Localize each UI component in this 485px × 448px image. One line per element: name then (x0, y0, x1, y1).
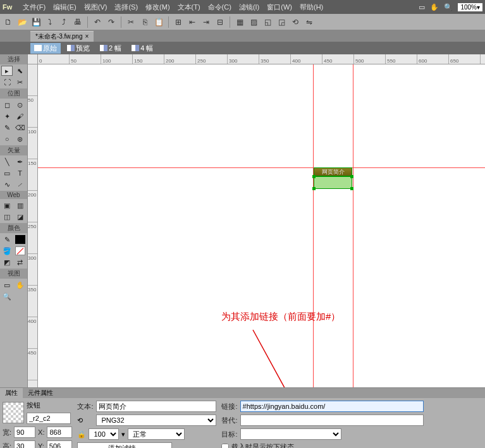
print-icon[interactable]: 🖶 (72, 16, 83, 28)
show-tool[interactable]: ◪ (15, 212, 26, 222)
rotate-icon[interactable]: ⟲ (290, 16, 301, 28)
save-icon[interactable]: 💾 (30, 16, 42, 28)
menu-text[interactable]: 文本(T) (178, 3, 200, 12)
undo-icon[interactable]: ↶ (92, 16, 103, 28)
handle-icon[interactable] (350, 175, 353, 178)
pen-tool[interactable]: ✒ (15, 157, 26, 167)
distribute-icon[interactable]: ⊟ (214, 16, 226, 28)
screen-mode[interactable]: ▭ (1, 280, 13, 290)
handle-icon[interactable] (312, 187, 316, 190)
view-original[interactable]: 原始 (30, 43, 61, 54)
pointer-tool[interactable]: ▸ (1, 66, 13, 76)
stroke-swatch[interactable] (15, 234, 26, 245)
pencil-tool[interactable]: ✎ (1, 123, 13, 133)
copy-icon[interactable]: ⎘ (139, 16, 150, 28)
stroke-color[interactable]: ✎ (1, 234, 13, 245)
text-input[interactable] (96, 401, 216, 412)
lasso-tool[interactable]: ⊙ (15, 100, 26, 110)
crop-tool[interactable]: ✂ (15, 77, 26, 87)
handle-icon[interactable] (312, 175, 316, 178)
menu-select[interactable]: 选择(S) (114, 3, 138, 12)
view-2up[interactable]: 2 幅 (96, 43, 125, 54)
menu-filters[interactable]: 滤镜(I) (239, 3, 259, 12)
screen-icon[interactable]: ▭ (419, 3, 425, 11)
default-colors[interactable]: ◩ (1, 257, 13, 267)
canvas[interactable]: 网页简介 为其添加链接（前面要加#） (38, 64, 485, 387)
knife-tool[interactable]: ⟋ (15, 179, 26, 190)
slice-tool[interactable]: ▥ (15, 200, 26, 210)
guide-vertical-2[interactable] (353, 64, 353, 387)
link-input[interactable] (240, 401, 424, 412)
marquee-tool[interactable]: ◻ (1, 100, 13, 110)
tab-properties[interactable]: 属性 (0, 388, 23, 398)
button-object[interactable]: 网页简介 (314, 167, 352, 176)
handle-icon[interactable] (350, 187, 353, 190)
wand-tool[interactable]: ✦ (1, 111, 13, 121)
cut-icon[interactable]: ✂ (125, 16, 137, 28)
menu-edit[interactable]: 编辑(E) (53, 3, 77, 12)
target-select[interactable] (240, 428, 341, 440)
document-tab[interactable]: *未命名-3.fw.png × (30, 31, 94, 42)
zoom-tool[interactable]: 🔍 (1, 291, 13, 301)
menu-commands[interactable]: 命令(C) (208, 3, 231, 12)
height-input[interactable] (14, 440, 35, 448)
new-icon[interactable]: 🗋 (3, 16, 14, 28)
brush-tool[interactable]: 🖌 (15, 111, 26, 121)
back-icon[interactable]: ◲ (276, 16, 287, 28)
ruler-vertical[interactable]: 50100150200250300350400450 (28, 64, 38, 387)
redo-icon[interactable]: ↷ (106, 16, 117, 28)
blur-tool[interactable]: ○ (1, 134, 13, 144)
opacity-select[interactable]: 100 (89, 428, 119, 440)
menu-modify[interactable]: 修改(M) (145, 3, 170, 12)
fill-swatch[interactable] (15, 246, 26, 256)
guide-vertical-1[interactable] (313, 64, 314, 387)
view-preview[interactable]: 预览 (63, 43, 94, 54)
group-icon[interactable]: ▦ (234, 16, 245, 28)
selection-id-input[interactable] (27, 413, 71, 424)
menu-view[interactable]: 视图(V) (84, 3, 107, 12)
blend-select[interactable]: 正常 (128, 428, 185, 440)
align-icon[interactable]: ⇤ (187, 16, 198, 28)
hide-tool[interactable]: ◫ (1, 212, 13, 222)
align2-icon[interactable]: ⇥ (200, 16, 212, 28)
fill-color[interactable]: 🪣 (1, 246, 13, 256)
lock-icon[interactable]: 🔒 (77, 430, 86, 439)
ruler-horizontal[interactable]: 050100150200250300350400450500550600650 (38, 54, 485, 64)
swap-colors[interactable]: ⇄ (15, 257, 26, 267)
scale-tool[interactable]: ⛶ (1, 77, 13, 87)
guide-horizontal[interactable] (38, 167, 485, 168)
hand-tool[interactable]: ✋ (15, 280, 26, 290)
x-input[interactable] (47, 427, 72, 438)
hand-icon[interactable]: ✋ (430, 3, 439, 11)
rect-tool[interactable]: ▭ (1, 168, 13, 178)
y-input[interactable] (47, 440, 72, 448)
tab-symbol-properties[interactable]: 元件属性 (23, 388, 58, 398)
menu-help[interactable]: 帮助(H) (300, 3, 323, 12)
menu-window[interactable]: 窗口(W) (267, 3, 292, 12)
front-icon[interactable]: ◱ (262, 16, 273, 28)
add-filter-button[interactable]: 添加滤镜... (77, 442, 172, 448)
menu-file[interactable]: 文件(F) (23, 3, 46, 12)
zoom-icon[interactable]: 🔍 (444, 3, 453, 11)
alt-input[interactable] (240, 415, 424, 426)
zoom-level[interactable]: 100% ▾ (458, 3, 482, 11)
eraser-tool[interactable]: ⌫ (15, 123, 26, 133)
stamp-tool[interactable]: ⊛ (15, 134, 26, 144)
hotspot-tool[interactable]: ▣ (1, 200, 13, 210)
flip-icon[interactable]: ⇋ (304, 16, 315, 28)
freeform-tool[interactable]: ∿ (1, 179, 13, 190)
fit-icon[interactable]: ⊞ (173, 16, 184, 28)
line-tool[interactable]: ╲ (1, 157, 13, 167)
ungroup-icon[interactable]: ▨ (248, 16, 259, 28)
show-pressed-checkbox[interactable] (221, 444, 229, 449)
format-select[interactable]: PNG32 (96, 415, 216, 426)
close-tab-icon[interactable]: × (85, 33, 89, 40)
width-input[interactable] (14, 427, 35, 438)
import-icon[interactable]: ⤵ (44, 16, 56, 28)
ruler-origin[interactable] (28, 54, 38, 64)
dropdown-icon[interactable]: ▾ (121, 430, 125, 439)
export-icon[interactable]: ⤴ (58, 16, 70, 28)
view-4up[interactable]: 4 幅 (128, 43, 157, 54)
text-tool[interactable]: T (15, 168, 26, 178)
subselect-tool[interactable]: ⬉ (15, 66, 26, 76)
